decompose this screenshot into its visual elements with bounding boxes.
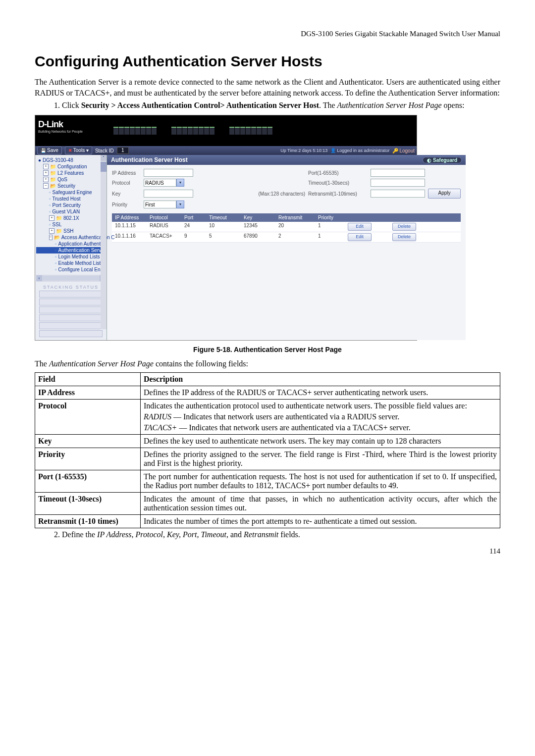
table-row: 10.1.1.15 RADIUS 24 10 12345 20 1 Edit D… xyxy=(112,222,461,232)
tree-security[interactable]: −📂Security xyxy=(36,183,106,189)
field-ip-name: IP Address xyxy=(35,386,141,399)
step-2: Define the IP Address, Protocol, Key, Po… xyxy=(62,530,500,539)
tree-ssh[interactable]: +📁SSH xyxy=(36,228,106,234)
field-timeout-name: Timeout (1-30secs) xyxy=(35,492,141,514)
app-header: D-Link Building Networks for People xyxy=(35,115,417,146)
apply-button[interactable]: Apply xyxy=(428,189,461,199)
delete-button[interactable]: Delete xyxy=(392,233,416,241)
protocol-select[interactable] xyxy=(144,179,176,187)
col-port: Port xyxy=(181,213,206,222)
stack-unit-row xyxy=(39,306,103,313)
field-priority-name: Priority xyxy=(35,448,141,470)
retransmit-label: Retransmit(1-10times) xyxy=(308,191,368,197)
tree-enable-method-lists[interactable]: ▫Enable Method Lists xyxy=(36,260,106,266)
step-1: Click Security > Access Authentication C… xyxy=(62,101,500,110)
nav-tree: ˄ ●DGS-3100-48 +📁Configuration +📁L2 Feat… xyxy=(35,155,107,340)
field-timeout-desc: Indicates the amount of time that passes… xyxy=(141,492,500,514)
field-protocol-name: Protocol xyxy=(35,399,141,434)
key-label: Key xyxy=(112,191,141,197)
intro-paragraph: The Authentication Server is a remote de… xyxy=(35,77,500,98)
col-timeout: Timeout xyxy=(206,213,241,222)
brand-logo: D-Link Building Networks for People xyxy=(35,115,110,146)
stack-id-select[interactable]: 1 xyxy=(117,147,129,154)
priority-select[interactable] xyxy=(144,201,176,208)
tree-configure-local-enable[interactable]: ▫Configure Local Enab xyxy=(36,266,106,273)
safeguard-badge: ◐ Safeguard xyxy=(423,157,462,163)
chevron-down-icon[interactable]: ▾ xyxy=(176,201,184,208)
tree-root[interactable]: ●DGS-3100-48 xyxy=(36,157,106,163)
field-retransmit-desc: Indicates the number of times the port a… xyxy=(141,514,500,528)
page-title: Configuring Authentication Server Hosts xyxy=(35,53,500,70)
tree-port-security[interactable]: ▫Port Security xyxy=(36,202,106,208)
port-strip xyxy=(110,115,417,146)
stack-unit-row xyxy=(39,322,103,329)
stack-id-label: Stack ID xyxy=(95,148,114,153)
edit-button[interactable]: Edit xyxy=(348,223,372,231)
server-table: IP Address Protocol Port Timeout Key Ret… xyxy=(112,213,461,243)
tree-configuration[interactable]: +📁Configuration xyxy=(36,163,106,170)
edit-button[interactable]: Edit xyxy=(348,233,372,241)
field-port-desc: The port number for authentication reque… xyxy=(141,470,500,492)
col-key: Key xyxy=(241,213,275,222)
col-ip: IP Address xyxy=(112,213,147,222)
panel-title: Authentication Server Host ◐ Safeguard xyxy=(107,155,466,165)
stack-unit-row xyxy=(39,299,103,305)
tree-safeguard-engine[interactable]: ▫Safeguard Engine xyxy=(36,189,106,196)
figure-caption: Figure 5-18. Authentication Server Host … xyxy=(35,346,500,353)
field-port-name: Port (1-65535) xyxy=(35,470,141,492)
th-field: Field xyxy=(35,372,141,386)
col-priority: Priority xyxy=(315,213,345,222)
ip-label: IP Address xyxy=(112,170,141,176)
field-key-name: Key xyxy=(35,434,141,448)
chevron-down-icon[interactable]: ▾ xyxy=(176,179,184,187)
delete-button[interactable]: Delete xyxy=(392,223,416,231)
tree-guest-vlan[interactable]: ▫Guest VLAN xyxy=(36,208,106,215)
tree-application-authentication[interactable]: ▫Application Authentic xyxy=(36,241,106,247)
uptime-text: Up Time:2 days 5:10:13 xyxy=(280,148,327,153)
app-screenshot: D-Link Building Networks for People Save… xyxy=(35,115,417,341)
field-ip-desc: Defines the IP address of the RADIUS or … xyxy=(141,386,500,399)
tree-login-method-lists[interactable]: ▫Login Method Lists xyxy=(36,253,106,260)
stack-unit-row xyxy=(39,314,103,321)
toolbar: Save Tools ▾ Stack ID 1 Up Time:2 days 5… xyxy=(35,146,417,155)
key-input[interactable] xyxy=(144,190,193,198)
contains-paragraph: The Authentication Server Host Page cont… xyxy=(35,358,500,369)
logged-in-text: Logged in as administrator xyxy=(330,148,389,153)
stack-unit-row xyxy=(39,330,103,337)
stacking-status-label: STACKING STATUS xyxy=(36,285,106,290)
protocol-label: Protocol xyxy=(112,180,141,186)
tools-menu[interactable]: Tools ▾ xyxy=(65,147,92,154)
col-protocol: Protocol xyxy=(147,213,181,222)
tree-8021x[interactable]: +📁802.1X xyxy=(36,215,106,221)
key-hint: (Max:128 characters) xyxy=(196,191,305,197)
tree-trusted-host[interactable]: ▫Trusted Host xyxy=(36,196,106,202)
tree-qos[interactable]: +📁QoS xyxy=(36,176,106,183)
save-button[interactable]: Save xyxy=(37,147,62,154)
priority-label: Priority xyxy=(112,202,141,207)
logout-link[interactable]: Logout xyxy=(392,148,415,153)
field-key-desc: Defines the key used to authenticate net… xyxy=(141,434,500,448)
sidebar-hscroll[interactable]: ‹› xyxy=(36,275,106,282)
field-protocol-desc: Indicates the authentication protocol us… xyxy=(141,399,500,434)
port-label: Port(1-65535) xyxy=(308,170,368,176)
timeout-input[interactable] xyxy=(371,179,425,187)
content-panel: Authentication Server Host ◐ Safeguard I… xyxy=(107,155,466,340)
field-retransmit-name: Retransmit (1-10 times) xyxy=(35,514,141,528)
manual-header: DGS-3100 Series Gigabit Stackable Manage… xyxy=(35,30,500,38)
fields-table: Field Description IP Address Defines the… xyxy=(35,372,500,528)
port-input[interactable] xyxy=(371,169,425,177)
tree-l2-features[interactable]: +📁L2 Features xyxy=(36,170,106,176)
tree-ssl[interactable]: ▫SSL xyxy=(36,221,106,228)
tree-authentication-server[interactable]: ▫Authentication Serve xyxy=(36,247,106,253)
col-retransmit: Retransmit xyxy=(275,213,315,222)
sidebar-scrollbar[interactable]: ˄ xyxy=(101,155,107,329)
stack-unit-row xyxy=(39,291,103,298)
field-priority-desc: Defines the priority assigned to the ser… xyxy=(141,448,500,470)
th-description: Description xyxy=(141,372,500,386)
tree-access-auth-control[interactable]: −📂Access Authentication C xyxy=(36,234,106,241)
retransmit-input[interactable] xyxy=(371,190,425,198)
ip-input[interactable] xyxy=(144,169,193,177)
page-number: 114 xyxy=(35,547,500,555)
timeout-label: Timeout(1-30secs) xyxy=(308,180,368,186)
table-row: 10.1.1.16 TACACS+ 9 5 67890 2 1 Edit Del… xyxy=(112,232,461,243)
